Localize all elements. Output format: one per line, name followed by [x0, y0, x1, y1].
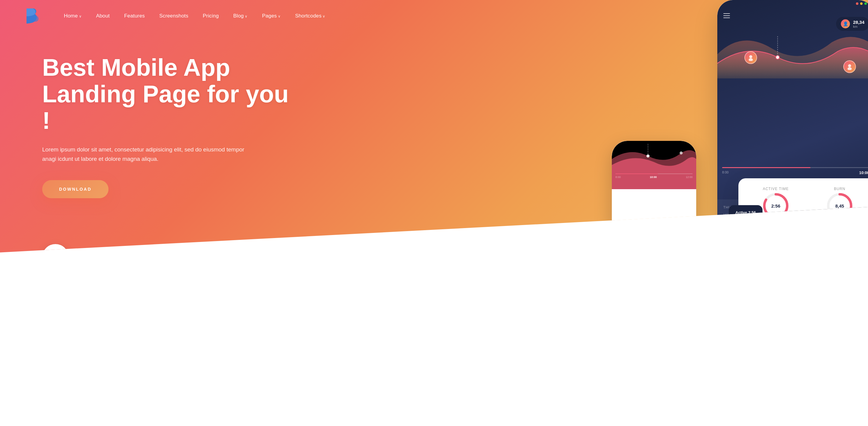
svg-point-5	[848, 64, 851, 67]
svg-point-10	[647, 154, 650, 158]
hero-description: Lorem ipsum dolor sit amet, consectetur …	[42, 145, 247, 164]
stats-row-1: Active time 2:56 HOURS Burn	[747, 187, 868, 226]
nav-screenshots[interactable]: Screenshots	[159, 13, 188, 19]
svg-point-0	[33, 16, 38, 22]
main-nav: Home About Features Screenshots Pricing …	[64, 13, 326, 19]
svg-point-17	[839, 238, 862, 253]
avatar-2	[843, 60, 856, 73]
logo[interactable]	[24, 7, 40, 25]
stats-row-2: Distance 12,56 km Steps 4.753	[747, 231, 868, 253]
watch-video-section: Watch Video	[42, 244, 126, 253]
stat-extra: 68	[832, 231, 868, 253]
svg-point-3	[749, 55, 752, 58]
stat-steps: Steps 4.753	[789, 231, 826, 253]
stat-distance: Distance 12,56 km	[747, 231, 783, 253]
download-button[interactable]: DOWNLOAD	[42, 180, 108, 198]
svg-point-11	[680, 151, 683, 154]
active-badge: Active 2.56 HouRs	[729, 205, 763, 226]
play-button[interactable]	[42, 244, 69, 253]
svg-point-16	[839, 238, 862, 253]
stat-burn: Burn 8,45 CALORIES	[811, 187, 868, 226]
timeline-bar: 8:00 10:00	[717, 167, 868, 175]
phones-container: 👤 28,34 km	[597, 0, 868, 253]
nav-blog[interactable]: Blog	[233, 13, 247, 19]
nav-pricing[interactable]: Pricing	[203, 13, 219, 19]
avatar-1	[744, 51, 757, 64]
watch-mockup: 8:00 10:00 12:00 THURS MON07 TUES08 WEDS…	[612, 141, 696, 234]
hero-title: Best Mobile App Landing Page for you !	[42, 54, 289, 134]
svg-point-4	[749, 58, 753, 61]
nav-pages[interactable]: Pages	[262, 13, 281, 19]
nav-features[interactable]: Features	[124, 13, 145, 19]
nav-about[interactable]: About	[96, 13, 110, 19]
nav-shortcodes[interactable]: Shortcodes	[295, 13, 325, 19]
hero-section: Home About Features Screenshots Pricing …	[0, 0, 868, 253]
nav-home[interactable]: Home	[64, 13, 82, 19]
stats-card: Active time 2:56 HOURS Burn	[738, 178, 868, 253]
hero-content: Best Mobile App Landing Page for you ! L…	[0, 0, 289, 216]
header: Home About Features Screenshots Pricing …	[0, 0, 868, 32]
below-hero	[0, 253, 868, 319]
svg-point-6	[847, 67, 852, 70]
